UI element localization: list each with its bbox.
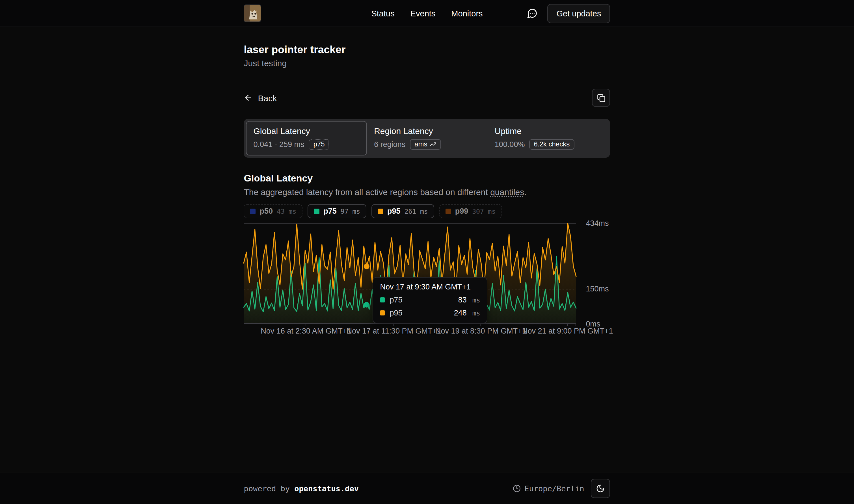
tooltip-row-p75: p75 83ms xyxy=(380,296,480,304)
p95-swatch xyxy=(380,310,385,316)
get-updates-button[interactable]: Get updates xyxy=(548,4,610,23)
p50-legend-swatch xyxy=(250,208,256,214)
tab-title-region-latency: Region Latency xyxy=(374,126,480,136)
section-title: Global Latency xyxy=(244,173,610,184)
p75-legend-swatch xyxy=(314,208,320,214)
p99-legend-swatch xyxy=(446,208,451,214)
arrow-left-icon xyxy=(244,93,253,102)
legend-badge-p95[interactable]: p95261 ms xyxy=(371,204,434,218)
moon-icon xyxy=(596,484,605,493)
legend-badge-p75[interactable]: p7597 ms xyxy=(308,204,366,218)
x-axis: Nov 16 at 2:30 AM GMT+1Nov 17 at 11:30 P… xyxy=(244,327,576,337)
tab-badge-p75: p75 xyxy=(309,139,329,150)
powered-by: powered by openstatus.dev xyxy=(244,484,359,493)
copy-icon xyxy=(597,93,605,102)
nav-link-monitors[interactable]: Monitors xyxy=(451,9,483,18)
x-tick-0: Nov 16 at 2:30 AM GMT+1 xyxy=(261,327,351,335)
page-title: laser pointer tracker xyxy=(244,43,610,56)
section-description: The aggregated latency from all active r… xyxy=(244,187,610,197)
metric-tabs: Global Latency0.041 - 259 msp75Region La… xyxy=(244,119,610,158)
legend-badge-p99[interactable]: p99307 ms xyxy=(439,204,502,218)
timezone: Europe/Berlin xyxy=(512,484,584,493)
tab-value-region-latency: 6 regions xyxy=(374,140,405,149)
nav-link-events[interactable]: Events xyxy=(411,9,436,18)
x-tick-1: Nov 17 at 11:30 PM GMT+1 xyxy=(346,327,441,335)
trending-up-icon xyxy=(430,141,436,147)
nav-link-status[interactable]: Status xyxy=(371,9,394,18)
y-axis: 434ms150ms0ms xyxy=(586,223,611,324)
tab-value-global-latency: 0.041 - 259 ms xyxy=(254,140,305,149)
back-button[interactable]: Back xyxy=(244,93,277,103)
legend-badge-p50[interactable]: p5043 ms xyxy=(244,204,303,218)
tab-uptime[interactable]: Uptime100.00%6.2k checks xyxy=(487,121,608,156)
p95-legend-swatch xyxy=(378,208,383,214)
theme-toggle-button[interactable] xyxy=(591,479,610,498)
tab-badge-6-2k-checks: 6.2k checks xyxy=(529,139,574,150)
chart-legend: p5043 msp7597 msp95261 msp99307 ms xyxy=(244,204,610,218)
x-tick-3: Nov 21 at 9:00 PM GMT+1 xyxy=(522,327,613,335)
tab-region-latency[interactable]: Region Latency6 regionsams xyxy=(367,121,487,156)
top-nav: StatusEventsMonitors Get updates xyxy=(0,0,854,27)
clock-icon xyxy=(512,485,521,492)
tooltip-title: Nov 17 at 9:30 AM GMT+1 xyxy=(380,283,480,291)
tab-title-uptime: Uptime xyxy=(495,126,601,136)
y-tick-150: 150ms xyxy=(586,285,609,293)
message-circle-more-icon xyxy=(527,8,538,19)
page-subtitle: Just testing xyxy=(244,58,610,68)
footer: powered by openstatus.dev Europe/Berlin xyxy=(0,472,854,504)
x-tick-2: Nov 19 at 8:30 PM GMT+1 xyxy=(435,327,526,335)
tab-badge-ams: ams xyxy=(410,139,441,150)
cat-avatar-logo[interactable] xyxy=(244,4,261,22)
y-tick-434: 434ms xyxy=(586,219,609,228)
p75-swatch xyxy=(380,298,385,303)
copy-link-button[interactable] xyxy=(592,89,610,107)
tooltip-row-p95: p95 248ms xyxy=(380,309,480,317)
quantiles-link[interactable]: quantiles xyxy=(490,187,524,197)
status-page: StatusEventsMonitors Get updates laser p… xyxy=(0,0,854,504)
back-label: Back xyxy=(258,93,277,103)
chart-tooltip: Nov 17 at 9:30 AM GMT+1 p75 83ms p95 248… xyxy=(373,277,488,323)
latency-chart[interactable]: 434ms150ms0ms Nov 16 at 2:30 AM GMT+1Nov… xyxy=(244,223,610,336)
feedback-button[interactable] xyxy=(523,4,542,23)
openstatus-link[interactable]: openstatus.dev xyxy=(294,484,359,493)
nav-links: StatusEventsMonitors xyxy=(371,9,483,18)
tab-global-latency[interactable]: Global Latency0.041 - 259 msp75 xyxy=(246,121,367,156)
cat-logo-image xyxy=(244,5,261,22)
tab-value-uptime: 100.00% xyxy=(495,140,525,149)
tab-title-global-latency: Global Latency xyxy=(254,126,360,136)
main-area: laser pointer tracker Just testing Back … xyxy=(0,27,854,472)
